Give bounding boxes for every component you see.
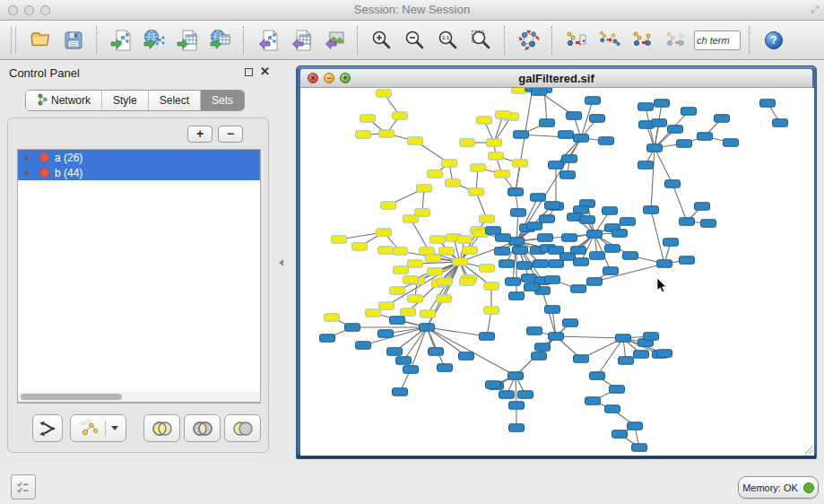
graph-node-blue[interactable]: [533, 260, 549, 268]
graph-node-yellow[interactable]: [480, 265, 495, 273]
graph-node-blue[interactable]: [499, 260, 515, 268]
graph-node-yellow[interactable]: [469, 188, 484, 196]
set-row[interactable]: ▶b (44): [18, 165, 260, 180]
graph-node-blue[interactable]: [531, 194, 546, 202]
graph-node-blue[interactable]: [619, 357, 634, 365]
graph-node-yellow[interactable]: [366, 309, 381, 317]
graph-node-blue[interactable]: [508, 372, 524, 380]
new-network-selected-nodes-edges-button[interactable]: [659, 24, 692, 56]
graph-node-blue[interactable]: [644, 333, 659, 341]
graph-node-blue[interactable]: [599, 137, 614, 145]
export-table-button[interactable]: [284, 24, 317, 56]
graph-node-yellow[interactable]: [439, 248, 455, 256]
graph-node-blue[interactable]: [549, 161, 564, 169]
zoom-out-button[interactable]: [398, 24, 431, 56]
task-monitor-button[interactable]: [11, 474, 36, 500]
graph-node-blue[interactable]: [652, 119, 667, 127]
graph-node-blue[interactable]: [508, 188, 524, 196]
graph-node-blue[interactable]: [664, 239, 679, 247]
graph-node-yellow[interactable]: [512, 88, 527, 93]
graph-node-blue[interactable]: [668, 126, 683, 134]
graph-node-blue[interactable]: [677, 140, 692, 148]
graph-node-blue[interactable]: [574, 355, 589, 363]
graph-node-blue[interactable]: [760, 100, 776, 108]
toolbar-grip[interactable]: [11, 27, 16, 54]
graph-node-yellow[interactable]: [496, 111, 511, 119]
horizontal-scrollbar[interactable]: [17, 392, 261, 403]
graph-edge[interactable]: [556, 336, 623, 338]
remove-set-button[interactable]: −: [218, 126, 243, 143]
graph-node-blue[interactable]: [486, 227, 501, 235]
graph-node-blue[interactable]: [396, 357, 412, 365]
graph-node-yellow[interactable]: [417, 185, 432, 193]
graph-node-blue[interactable]: [506, 278, 521, 286]
graph-node-yellow[interactable]: [489, 152, 504, 161]
graph-edge[interactable]: [672, 184, 687, 222]
graph-node-yellow[interactable]: [379, 130, 395, 138]
graph-node-blue[interactable]: [580, 216, 595, 224]
graph-edge[interactable]: [516, 376, 516, 405]
graph-node-yellow[interactable]: [394, 266, 409, 274]
graph-node-blue[interactable]: [590, 252, 605, 260]
expander-icon[interactable]: ▶: [25, 153, 34, 161]
dropdown-caret-icon[interactable]: [111, 426, 118, 430]
graph-node-blue[interactable]: [560, 171, 576, 179]
graph-node-blue[interactable]: [590, 372, 605, 380]
graph-node-yellow[interactable]: [332, 236, 347, 244]
set-row[interactable]: ▶a (26): [18, 150, 260, 165]
graph-node-blue[interactable]: [574, 135, 589, 143]
tab-style[interactable]: Style: [102, 91, 149, 110]
graph-node-blue[interactable]: [616, 335, 631, 343]
graph-node-blue[interactable]: [585, 97, 601, 105]
graph-node-yellow[interactable]: [356, 131, 371, 139]
network-canvas[interactable]: [300, 88, 814, 456]
graph-node-blue[interactable]: [563, 319, 578, 327]
graph-edge[interactable]: [403, 327, 427, 361]
graph-node-yellow[interactable]: [408, 260, 423, 268]
float-window-icon[interactable]: [245, 68, 253, 76]
expander-icon[interactable]: ▶: [25, 169, 34, 177]
graph-node-blue[interactable]: [680, 218, 695, 226]
zoom-in-button[interactable]: [365, 24, 398, 56]
graph-node-blue[interactable]: [612, 430, 628, 439]
memory-status-button[interactable]: Memory: OK: [738, 476, 819, 499]
graph-node-blue[interactable]: [605, 405, 620, 413]
help-button[interactable]: ?: [757, 24, 790, 56]
graph-node-blue[interactable]: [695, 203, 710, 211]
graph-node-yellow[interactable]: [408, 137, 423, 145]
graph-node-blue[interactable]: [623, 252, 638, 260]
graph-node-yellow[interactable]: [484, 282, 499, 291]
graph-node-blue[interactable]: [532, 352, 547, 361]
graph-node-blue[interactable]: [638, 161, 654, 169]
graph-node-blue[interactable]: [513, 247, 528, 255]
graph-node-blue[interactable]: [610, 386, 625, 394]
graph-node-blue[interactable]: [632, 444, 647, 452]
search-input[interactable]: [694, 30, 741, 50]
graph-node-blue[interactable]: [773, 119, 788, 127]
graph-node-blue[interactable]: [499, 391, 515, 399]
graph-node-blue[interactable]: [378, 330, 394, 338]
import-network-file-button[interactable]: [104, 24, 137, 56]
graph-node-yellow[interactable]: [463, 247, 478, 255]
graph-node-blue[interactable]: [527, 222, 542, 230]
apply-layout-button[interactable]: [512, 24, 545, 56]
graph-node-blue[interactable]: [545, 202, 560, 210]
graph-node-blue[interactable]: [567, 112, 582, 120]
graph-node-blue[interactable]: [549, 333, 564, 341]
graph-node-blue[interactable]: [527, 327, 542, 335]
graph-node-yellow[interactable]: [390, 287, 405, 295]
graph-node-blue[interactable]: [603, 207, 618, 215]
graph-node-yellow[interactable]: [408, 295, 423, 303]
graph-node-yellow[interactable]: [477, 117, 492, 125]
graph-node-blue[interactable]: [657, 350, 672, 358]
graph-node-yellow[interactable]: [480, 215, 495, 223]
graph-node-yellow[interactable]: [430, 236, 446, 244]
graph-edge[interactable]: [516, 197, 538, 241]
graph-node-yellow[interactable]: [428, 268, 443, 276]
import-table-url-button[interactable]: [204, 24, 237, 56]
graph-node-blue[interactable]: [665, 180, 681, 188]
tab-select[interactable]: Select: [149, 91, 201, 110]
close-panel-icon[interactable]: ✕: [260, 65, 270, 78]
split-set-button[interactable]: [32, 414, 63, 442]
graph-node-yellow[interactable]: [446, 179, 461, 187]
